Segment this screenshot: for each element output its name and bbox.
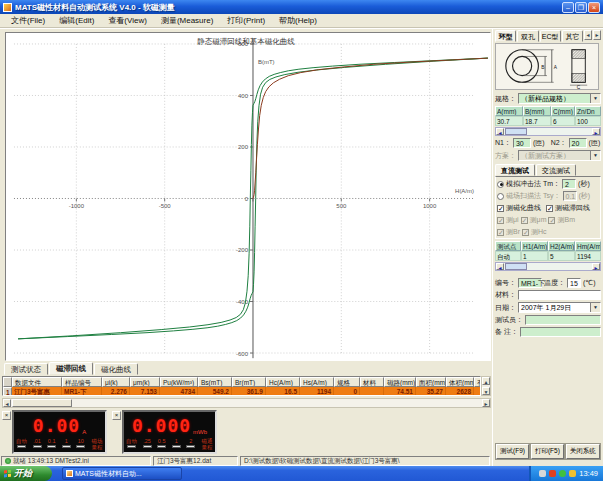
dim-zn[interactable]: 100	[575, 116, 601, 126]
range-25[interactable]: .25	[143, 438, 152, 448]
impulse-method-radio[interactable]	[497, 181, 504, 188]
range-10[interactable]: 10	[76, 438, 85, 448]
point-h2[interactable]: 5	[548, 251, 575, 261]
tab-other[interactable]: 其它	[562, 30, 583, 42]
field-meter-close-icon[interactable]: ×	[2, 411, 11, 420]
dim-b[interactable]: 18.7	[523, 116, 551, 126]
dims-scrollbar[interactable]: ◄ ►	[495, 127, 601, 136]
tsy-input[interactable]: 0.1	[563, 191, 577, 201]
scroll-left-icon[interactable]: ◄	[496, 263, 504, 270]
test-button[interactable]: 测试(F9)	[496, 444, 529, 459]
scroll-right-icon[interactable]: ►	[592, 128, 600, 135]
n1-input[interactable]: 30	[513, 138, 531, 148]
table-vertical-scrollbar[interactable]: ▲ ▼	[481, 376, 491, 396]
table-row[interactable]: 1 江门3号富惠 MR1-下 2.276 7.153 4734 549.2 36…	[3, 387, 481, 396]
sample-id-input[interactable]: MR1-下	[518, 278, 542, 288]
tab-toroid[interactable]: 环型	[495, 30, 516, 42]
tab-ec-core[interactable]: EC型	[540, 30, 561, 42]
scroll-right-icon[interactable]: ►	[482, 399, 490, 407]
measure-mag-curve-checkbox[interactable]: ✓	[497, 205, 504, 212]
col-header[interactable]: 样品编号	[62, 377, 102, 387]
taskbar-item-mats[interactable]: MATS磁性材料自动...	[62, 467, 182, 480]
scrollbar-thumb[interactable]	[12, 399, 72, 407]
menu-edit[interactable]: 编辑(Edit)	[52, 14, 101, 27]
flux-meter-close-icon[interactable]: ×	[112, 411, 121, 420]
scroll-left-icon[interactable]: ◄	[3, 399, 11, 407]
range-1[interactable]: 1	[62, 438, 71, 448]
scroll-left-icon[interactable]: ◄	[496, 128, 504, 135]
points-scrollbar[interactable]: ◄ ►	[495, 262, 601, 271]
tray-icon-1[interactable]	[539, 470, 546, 477]
menu-view[interactable]: 查看(View)	[101, 14, 154, 27]
tray-icon-4[interactable]	[569, 470, 576, 477]
tester-input[interactable]	[525, 315, 601, 325]
range-01[interactable]: .01	[33, 438, 42, 448]
spec-combobox[interactable]: （新样品规格） ▼	[518, 93, 601, 104]
scroll-up-icon[interactable]: ▲	[482, 377, 490, 385]
col-header[interactable]: Pu(kW/m³)	[160, 377, 198, 387]
range-2[interactable]: 2	[186, 438, 195, 448]
col-header[interactable]: 有效质量(g)	[474, 377, 481, 387]
scroll-right-icon[interactable]: ►	[592, 263, 600, 270]
note-input[interactable]	[520, 327, 601, 337]
col-header[interactable]: Br(mT)	[232, 377, 266, 387]
print-button[interactable]: 打印(F5)	[531, 444, 564, 459]
measure-hc-checkbox[interactable]: ✓	[522, 229, 529, 236]
chevron-down-icon[interactable]: ▼	[590, 94, 600, 103]
tray-icon-2[interactable]	[549, 470, 556, 477]
tab-test-status[interactable]: 测试状态	[4, 363, 48, 375]
sweep-method-radio[interactable]	[497, 193, 504, 200]
range-0-5[interactable]: 0.5	[157, 438, 166, 448]
col-header[interactable]: 材料	[360, 377, 384, 387]
col-header[interactable]: μm(k)	[130, 377, 160, 387]
col-header[interactable]: 磁路(mm)	[384, 377, 416, 387]
menu-measure[interactable]: 测量(Measure)	[154, 14, 220, 27]
dim-c[interactable]: 6	[551, 116, 575, 126]
menu-help[interactable]: 帮助(Help)	[272, 14, 324, 27]
col-header[interactable]: 数据文件	[12, 377, 62, 387]
tab-ac-test[interactable]: 交流测试	[536, 164, 576, 176]
close-button[interactable]: ×	[588, 2, 600, 13]
measure-loop-checkbox[interactable]: ✓	[546, 205, 553, 212]
chevron-down-icon[interactable]: ▼	[590, 151, 600, 160]
range-0-1[interactable]: 0.1	[47, 438, 56, 448]
tabs-scroll-right-icon[interactable]: ►	[593, 30, 601, 40]
restore-button[interactable]: ❐	[575, 2, 587, 13]
scroll-down-icon[interactable]: ▼	[482, 387, 490, 395]
col-header[interactable]: μi(k)	[102, 377, 130, 387]
tab-double-hole[interactable]: 双孔	[517, 30, 538, 42]
date-picker[interactable]: 2007年 1月29日 ▼	[518, 302, 601, 313]
measure-um-checkbox[interactable]: ✓	[521, 217, 528, 224]
tabs-scroll-left-icon[interactable]: ◄	[584, 30, 592, 40]
point-h1[interactable]: 1	[521, 251, 548, 261]
col-header[interactable]: 规格	[334, 377, 360, 387]
tab-dc-test[interactable]: 直流测试	[495, 164, 535, 176]
col-header[interactable]: Bs(mT)	[198, 377, 232, 387]
tray-icon-3[interactable]	[559, 470, 566, 477]
shutdown-button[interactable]: 关闭系统	[566, 444, 600, 459]
point-hm[interactable]: 1194	[575, 251, 601, 261]
menu-file[interactable]: 文件(File)	[4, 14, 52, 27]
measure-ui-checkbox[interactable]: ✓	[497, 217, 504, 224]
tm-input[interactable]: 2	[562, 179, 576, 189]
tab-magnetization-curve[interactable]: 磁化曲线	[94, 363, 138, 375]
chevron-down-icon[interactable]: ▼	[590, 303, 600, 312]
dim-a[interactable]: 30.7	[495, 116, 523, 126]
col-header[interactable]: 面积(mm^2)	[416, 377, 446, 387]
scheme-combobox[interactable]: （新测试方案） ▼	[518, 150, 601, 161]
col-header[interactable]: 体积(mm^3)	[446, 377, 474, 387]
col-header[interactable]: Hs(A/m)	[300, 377, 334, 387]
menu-print[interactable]: 打印(Print)	[220, 14, 272, 27]
tab-hysteresis-loop[interactable]: 磁滞回线	[49, 362, 93, 375]
range-1[interactable]: 1	[172, 438, 181, 448]
start-button[interactable]: 开始	[0, 466, 52, 481]
material-input[interactable]	[518, 290, 601, 300]
n2-input[interactable]: 20	[569, 138, 587, 148]
range-auto[interactable]: 自动	[16, 438, 27, 448]
measure-bm-checkbox[interactable]: ✓	[548, 217, 555, 224]
table-horizontal-scrollbar[interactable]: ◄ ►	[2, 398, 491, 408]
temp-input[interactable]: 15	[567, 278, 581, 288]
range-auto[interactable]: 自动	[126, 438, 137, 448]
minimize-button[interactable]: –	[562, 2, 574, 13]
measure-br-checkbox[interactable]: ✓	[497, 229, 504, 236]
